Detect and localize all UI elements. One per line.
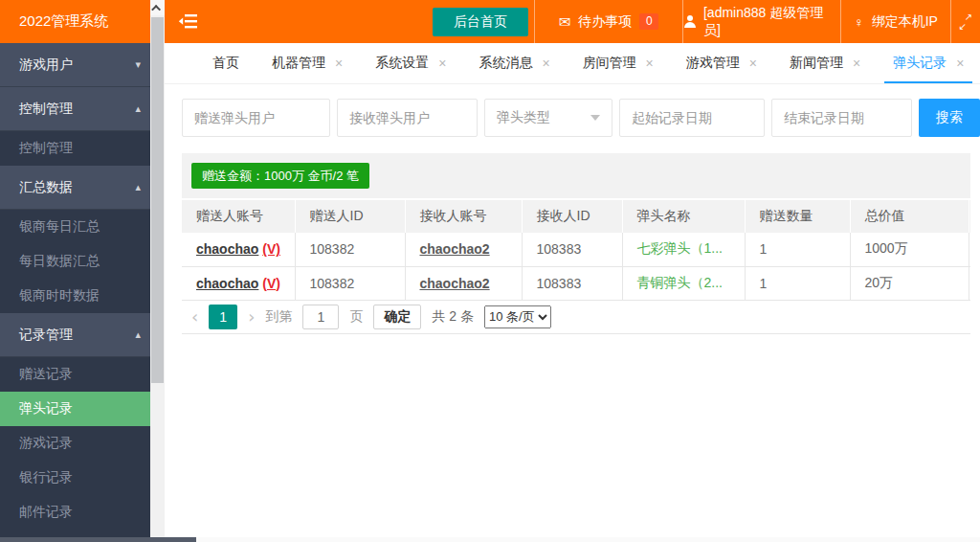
todo-items-label: 待办事项 bbox=[578, 13, 632, 31]
cell-stub bbox=[969, 266, 970, 300]
sidebar: 2022管理系统 游戏用户 ▾ 控制管理 ▴ 控制管理 汇总数据 ▴ 银商每日汇… bbox=[0, 0, 150, 542]
sidebar-subitem-game-records[interactable]: 游戏记录 bbox=[0, 426, 150, 461]
tab-label: 房间管理 bbox=[583, 55, 636, 72]
page-unit-label: 页 bbox=[349, 308, 363, 326]
backend-home-button[interactable]: 后台首页 bbox=[433, 8, 528, 36]
bind-ip-label: 绑定本机IP bbox=[872, 13, 938, 31]
tab-system-settings[interactable]: 系统设置 × bbox=[359, 43, 462, 83]
tab-machine-mgmt[interactable]: 机器管理 × bbox=[256, 43, 359, 83]
close-icon[interactable]: × bbox=[646, 56, 654, 71]
goto-page-input[interactable] bbox=[302, 305, 339, 329]
records-card: 赠送金额：1000万 金币/2 笔 赠送人账号 赠送人ID 接收人账号 接收人I… bbox=[182, 153, 970, 334]
giver-user-input[interactable] bbox=[182, 99, 330, 137]
cell-receiver: chaochao2 bbox=[405, 266, 522, 300]
close-icon[interactable]: × bbox=[956, 56, 964, 71]
tab-system-messages[interactable]: 系统消息 × bbox=[462, 43, 566, 83]
close-icon[interactable]: × bbox=[335, 56, 343, 71]
giver-account-link[interactable]: chaochao bbox=[196, 276, 258, 291]
current-page-button[interactable]: 1 bbox=[209, 305, 237, 329]
col-total-value: 总价值 bbox=[850, 199, 969, 233]
close-icon[interactable]: × bbox=[853, 56, 860, 71]
sidebar-subitem-bank-realtime-data[interactable]: 银商时时数据 bbox=[0, 279, 150, 313]
tab-game-mgmt[interactable]: 游戏管理 × bbox=[670, 43, 773, 83]
gift-total-badge: 赠送金额：1000万 金币/2 笔 bbox=[191, 163, 369, 189]
search-button[interactable]: 搜索 bbox=[919, 99, 980, 137]
tab-warhead-records[interactable]: 弹头记录 × bbox=[877, 43, 980, 83]
tab-news-mgmt[interactable]: 新闻管理 × bbox=[773, 43, 877, 83]
cell-quantity: 1 bbox=[745, 266, 850, 300]
warhead-type-select[interactable]: 弹头类型 bbox=[484, 99, 612, 137]
fullscreen-icon: ↙ bbox=[959, 22, 967, 32]
page-size-select[interactable]: 10 条/页 bbox=[484, 305, 551, 328]
table-row: chaochao (V) 108382 chaochao2 108383 七彩弹… bbox=[182, 233, 970, 266]
giver-vip-tag: (V) bbox=[262, 241, 280, 257]
horizontal-scrollbar-thumb[interactable] bbox=[0, 537, 196, 542]
next-page-icon[interactable]: › bbox=[248, 308, 255, 326]
receiver-user-input[interactable] bbox=[337, 99, 478, 137]
top-header: 后台首页 ✉ 待办事项 0 [admin888 超级管理员] ♀ 绑定本机IP … bbox=[165, 0, 980, 43]
chevron-up-icon bbox=[151, 4, 161, 13]
tab-label: 新闻管理 bbox=[790, 55, 843, 72]
giver-vip-tag: (V) bbox=[262, 276, 280, 291]
sidebar-subitem-gift-records[interactable]: 赠送记录 bbox=[0, 357, 150, 392]
col-receiver-account: 接收人账号 bbox=[405, 199, 522, 233]
filter-bar: 弹头类型 搜索 bbox=[182, 99, 980, 137]
cell-total-value: 20万 bbox=[850, 266, 969, 300]
start-date-input[interactable] bbox=[619, 99, 765, 137]
warhead-type-placeholder: 弹头类型 bbox=[497, 109, 550, 126]
sidebar-subitem-bank-records[interactable]: 银行记录 bbox=[0, 461, 150, 495]
horizontal-scrollbar[interactable] bbox=[0, 537, 980, 542]
sidebar-subitem-daily-data-summary[interactable]: 每日数据汇总 bbox=[0, 244, 150, 279]
giver-account-link[interactable]: chaochao bbox=[196, 241, 258, 257]
bind-local-ip-button[interactable]: ♀ 绑定本机IP bbox=[840, 0, 950, 43]
end-date-input[interactable] bbox=[771, 99, 912, 137]
sidebar-collapse-icon[interactable] bbox=[165, 13, 212, 30]
receiver-account-link[interactable]: chaochao2 bbox=[420, 276, 490, 291]
table-header-row: 赠送人账号 赠送人ID 接收人账号 接收人ID 弹头名称 赠送数量 总价值 bbox=[182, 199, 970, 233]
scrollbar-up-button[interactable] bbox=[150, 0, 165, 15]
sidebar-subitem-mail-records[interactable]: 邮件记录 bbox=[0, 495, 150, 530]
pagination-bar: ‹ 1 › 到第 页 确定 共 2 条 10 条/页 bbox=[182, 301, 970, 334]
sidebar-subitem-label: 每日数据汇总 bbox=[19, 253, 100, 270]
goto-confirm-button[interactable]: 确定 bbox=[373, 305, 421, 329]
receiver-account-link[interactable]: chaochao2 bbox=[420, 241, 490, 257]
tab-label: 机器管理 bbox=[272, 55, 325, 72]
total-records-label: 共 2 条 bbox=[432, 308, 474, 326]
close-icon[interactable]: × bbox=[542, 56, 549, 71]
col-gift-quantity: 赠送数量 bbox=[745, 199, 850, 233]
sidebar-item-label: 控制管理 bbox=[19, 101, 73, 118]
sidebar-scrollbar[interactable] bbox=[150, 0, 165, 542]
cell-warhead-name: 七彩弹头（1... bbox=[622, 233, 745, 266]
tab-label: 游戏管理 bbox=[686, 55, 740, 72]
sidebar-subitem-label: 银行记录 bbox=[19, 469, 73, 486]
todo-items-button[interactable]: ✉ 待办事项 0 bbox=[534, 0, 682, 43]
sidebar-subitem-label: 邮件记录 bbox=[19, 504, 73, 521]
tab-label: 弹头记录 bbox=[893, 55, 947, 72]
close-icon[interactable]: × bbox=[749, 56, 757, 71]
sidebar-subitem-warhead-records[interactable]: 弹头记录 bbox=[0, 392, 150, 426]
close-icon[interactable]: × bbox=[438, 56, 446, 71]
fullscreen-button[interactable]: ↗ ↙ bbox=[950, 0, 980, 43]
sidebar-item-records-mgmt[interactable]: 记录管理 ▴ bbox=[0, 313, 150, 357]
tab-label: 系统消息 bbox=[479, 55, 532, 72]
admin-user-button[interactable]: [admin888 超级管理员] bbox=[682, 0, 840, 43]
cell-receiver-id: 108383 bbox=[522, 266, 622, 300]
location-pin-icon: ♀ bbox=[854, 14, 864, 30]
tab-room-mgmt[interactable]: 房间管理 × bbox=[567, 43, 670, 83]
sidebar-subitem-bank-daily-summary[interactable]: 银商每日汇总 bbox=[0, 210, 150, 244]
app-title: 2022管理系统 bbox=[0, 0, 150, 43]
scrollbar-thumb[interactable] bbox=[151, 17, 164, 383]
cell-receiver: chaochao2 bbox=[405, 233, 522, 266]
tab-home[interactable]: 首页 bbox=[196, 43, 256, 83]
tab-label: 系统设置 bbox=[375, 55, 429, 72]
col-stub bbox=[969, 199, 970, 233]
envelope-icon: ✉ bbox=[559, 13, 571, 31]
sidebar-item-summary-data[interactable]: 汇总数据 ▴ bbox=[0, 166, 150, 210]
cell-giver-id: 108382 bbox=[295, 233, 405, 266]
sidebar-subitem-control-mgmt[interactable]: 控制管理 bbox=[0, 131, 150, 166]
sidebar-item-control-mgmt[interactable]: 控制管理 ▴ bbox=[0, 87, 150, 131]
prev-page-icon[interactable]: ‹ bbox=[191, 308, 198, 326]
chevron-up-icon: ▴ bbox=[135, 102, 141, 115]
sidebar-subitem-label: 弹头记录 bbox=[19, 400, 73, 418]
sidebar-item-game-users[interactable]: 游戏用户 ▾ bbox=[0, 43, 150, 87]
